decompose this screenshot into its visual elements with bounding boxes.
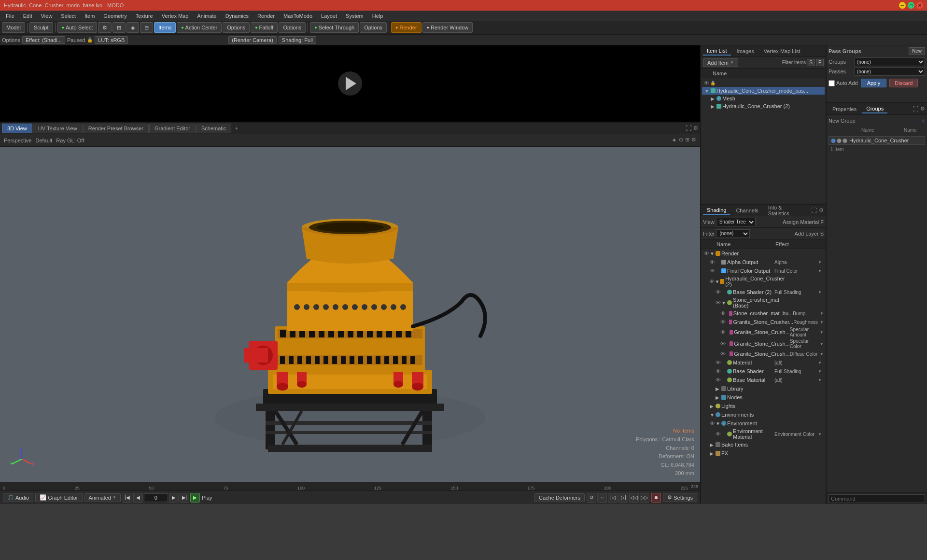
eye-crusher[interactable]: 👁 (709, 279, 715, 284)
tab-3d-view[interactable]: 3D View (2, 124, 32, 133)
menu-item-item[interactable]: Item (81, 12, 98, 20)
filter-select[interactable]: (none) (716, 229, 750, 238)
tab-render-preset[interactable]: Render Preset Browser (83, 124, 149, 133)
shade-bake[interactable]: ▶ Bake Items (701, 440, 826, 449)
env-mat-dd[interactable]: ▼ (818, 432, 824, 436)
select-through-button[interactable]: ● Select Through (310, 22, 359, 33)
shade-render[interactable]: 👁 ▼ Render (701, 249, 826, 258)
viewport-fit-icon[interactable]: ⊞ (685, 137, 689, 144)
tab-channels[interactable]: Channels (732, 207, 762, 214)
eye-render[interactable]: 👁 (703, 251, 710, 256)
lock-icon[interactable]: 🔒 (710, 81, 716, 85)
tab-shading[interactable]: Shading (703, 206, 730, 215)
next-frame-button[interactable]: ▷| (618, 493, 628, 503)
prev-key-button[interactable]: |◀ (123, 493, 132, 503)
audio-button[interactable]: 🎵 Audio (3, 493, 33, 502)
spec-color-dd[interactable]: ▼ (820, 342, 824, 346)
shade-environments[interactable]: ▼ Environments (701, 410, 826, 419)
menu-item-vertex map[interactable]: Vertex Map (158, 12, 193, 20)
tab-images[interactable]: Images (733, 47, 758, 55)
tab-schematic[interactable]: Schematic (196, 124, 231, 133)
shade-final-color[interactable]: 👁 Final Color Output Final Color ▼ (701, 266, 826, 275)
menu-item-maxtomodo[interactable]: MaxToModo (280, 12, 316, 20)
shading-settings-icon[interactable]: ⚙ (819, 207, 824, 213)
apply-button[interactable]: Apply (861, 79, 887, 87)
eye-stone[interactable]: 👁 (715, 300, 721, 306)
expand-fx[interactable]: ▶ (710, 451, 716, 456)
shade-fx[interactable]: ▶ FX (701, 449, 826, 458)
tab-vertex-map[interactable]: Vertex Map List (760, 47, 804, 55)
auto-add-input[interactable] (829, 80, 835, 86)
shade-env-material[interactable]: 👁 Environment Material Environment Color… (701, 428, 826, 440)
passes-select[interactable]: (none) (855, 67, 925, 76)
add-tab-button[interactable]: + (232, 123, 241, 133)
shade-base-material[interactable]: 👁 Base Material (all) ▼ (701, 376, 826, 384)
eye-alpha[interactable]: 👁 (709, 259, 716, 265)
tab-info-stats[interactable]: Info & Statistics (764, 205, 807, 217)
eye-env[interactable]: 👁 (709, 420, 716, 426)
animated-button[interactable]: Animated ▼ (84, 493, 121, 502)
menu-item-system[interactable]: System (342, 12, 367, 20)
shade-material[interactable]: 👁 Material (all) ▼ (701, 358, 826, 367)
menu-item-file[interactable]: File (2, 12, 18, 20)
close-button[interactable]: ✕ (916, 2, 923, 9)
spec-amt-dd[interactable]: ▼ (820, 330, 824, 335)
eye-env-mat[interactable]: 👁 (715, 431, 721, 437)
props-expand-icon[interactable]: ⛶ (913, 106, 918, 112)
play-preview-button[interactable] (338, 71, 362, 96)
options-btn1[interactable]: Options (223, 22, 250, 33)
expand-library[interactable]: ▶ (716, 386, 721, 392)
render-window-button[interactable]: ● Render Window (422, 22, 473, 33)
shade-stone-mat[interactable]: 👁 ▼ Stone_crusher_mat (Base) (701, 296, 826, 309)
options-btn3[interactable]: Options (360, 22, 387, 33)
tab-properties[interactable]: Properties (829, 105, 860, 113)
auto-add-checkbox[interactable]: Auto Add (829, 80, 858, 86)
step-fwd-button[interactable]: ▶ (169, 493, 179, 503)
eye-material[interactable]: 👁 (715, 360, 721, 365)
step-back-button[interactable]: ◀ (133, 493, 143, 503)
shading-s-label[interactable]: S (820, 231, 824, 237)
tab-uv-texture[interactable]: UV Texture View (33, 124, 83, 133)
new-button[interactable]: New (909, 47, 925, 55)
expand-stone[interactable]: ▼ (721, 300, 727, 306)
eye-base-shader[interactable]: 👁 (715, 368, 721, 374)
settings-button[interactable]: ⚙ Settings (663, 493, 697, 502)
shade-base-shader-2[interactable]: 👁 Base Shader (2) Full Shading ▼ (701, 288, 826, 296)
groups-select[interactable]: (none) (855, 57, 925, 66)
shade-granite-spec-amt[interactable]: 👁 Granite_Stone_Crush... Specular Amount… (701, 326, 826, 338)
expand-icon-mesh[interactable]: ▶ (710, 96, 716, 101)
shade-lights[interactable]: ▶ Lights (701, 402, 826, 410)
expand-render[interactable]: ▼ (710, 251, 716, 256)
menu-item-select[interactable]: Select (57, 12, 80, 20)
eye-final[interactable]: 👁 (709, 268, 716, 274)
eye-spec-amt[interactable]: 👁 (720, 329, 726, 335)
menu-item-geometry[interactable]: Geometry (99, 12, 130, 20)
add-group-button[interactable]: + (921, 117, 925, 125)
shade-granite-rough[interactable]: 👁 Granite_Stone_Crusher... Roughness ▼ (701, 318, 826, 326)
discard-button[interactable]: Discard (889, 79, 918, 87)
options-btn2[interactable]: Options (279, 22, 306, 33)
eye-icon[interactable]: 👁 (704, 80, 709, 86)
expand-icon[interactable]: ▼ (704, 88, 710, 94)
shade-base-shader[interactable]: 👁 Base Shader Full Shading ▼ (701, 367, 826, 376)
tab-groups[interactable]: Groups (862, 105, 887, 113)
menu-item-view[interactable]: View (37, 12, 56, 20)
icon-btn2[interactable]: ⊞ (112, 22, 126, 33)
expand-crusher[interactable]: ▼ (715, 279, 720, 284)
menu-item-edit[interactable]: Edit (19, 12, 36, 20)
shade-nodes[interactable]: ▶ Nodes (701, 393, 826, 402)
icon-btn3[interactable]: ◈ (126, 22, 139, 33)
tree-item-mesh1[interactable]: ▶ Mesh (708, 95, 825, 102)
shade-alpha[interactable]: 👁 Alpha Output Alpha ▼ (701, 258, 826, 266)
add-item-button[interactable]: Add Item ▼ (703, 58, 738, 67)
alpha-dd[interactable]: ▼ (818, 260, 824, 265)
base-shader-dd[interactable]: ▼ (818, 369, 824, 374)
viewport-more-icon[interactable]: ⚙ (691, 137, 696, 144)
shade-granite-spec-color[interactable]: 👁 Granite_Stone_Crush... Specular Color … (701, 338, 826, 350)
shade-granite-diffuse[interactable]: 👁 Granite_Stone_Crush... Diffuse Color ▼ (701, 350, 826, 358)
expand-icon[interactable]: ⛶ (686, 125, 692, 132)
viewport-settings-icon[interactable]: ✦ (672, 137, 677, 144)
settings-icon[interactable]: ⚙ (693, 125, 698, 131)
eye-spec-color[interactable]: 👁 (720, 341, 726, 347)
shade-stone-bump[interactable]: 👁 Stone_crusher_mat_bu... Bump ▼ (701, 309, 826, 318)
